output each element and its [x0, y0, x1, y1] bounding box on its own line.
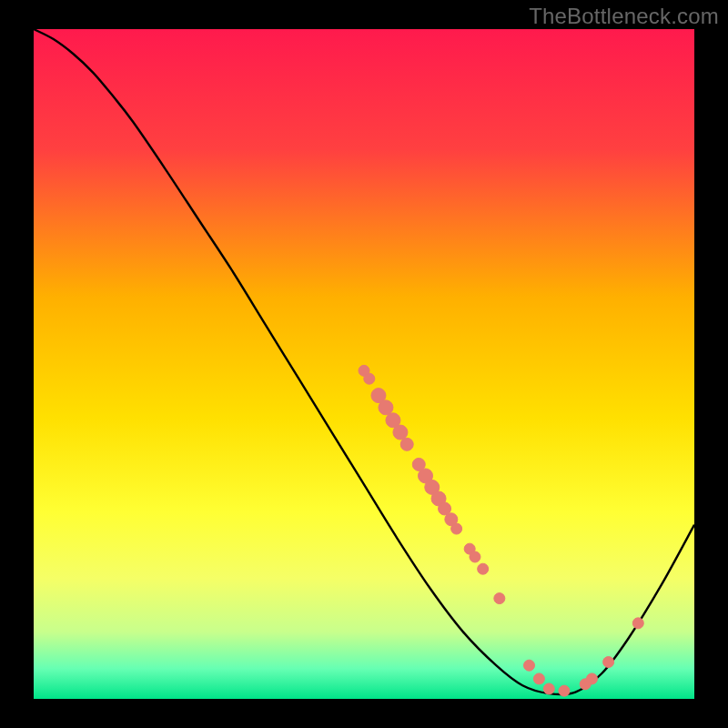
bottleneck-chart [0, 0, 728, 728]
data-marker [364, 373, 375, 384]
data-marker [400, 438, 413, 450]
data-marker [393, 425, 408, 440]
data-marker [586, 673, 597, 684]
data-marker [494, 593, 505, 604]
data-marker [478, 563, 489, 574]
data-marker [379, 400, 393, 415]
data-marker [603, 657, 614, 668]
data-marker [533, 673, 544, 684]
data-marker [470, 551, 480, 562]
data-marker [559, 685, 570, 696]
data-marker [451, 523, 462, 534]
gradient-background [34, 29, 694, 699]
chart-container: TheBottleneck.com [0, 0, 728, 728]
data-marker [543, 683, 554, 694]
watermark-text: TheBottleneck.com [529, 4, 719, 29]
data-marker [632, 618, 643, 629]
data-marker [524, 660, 535, 671]
